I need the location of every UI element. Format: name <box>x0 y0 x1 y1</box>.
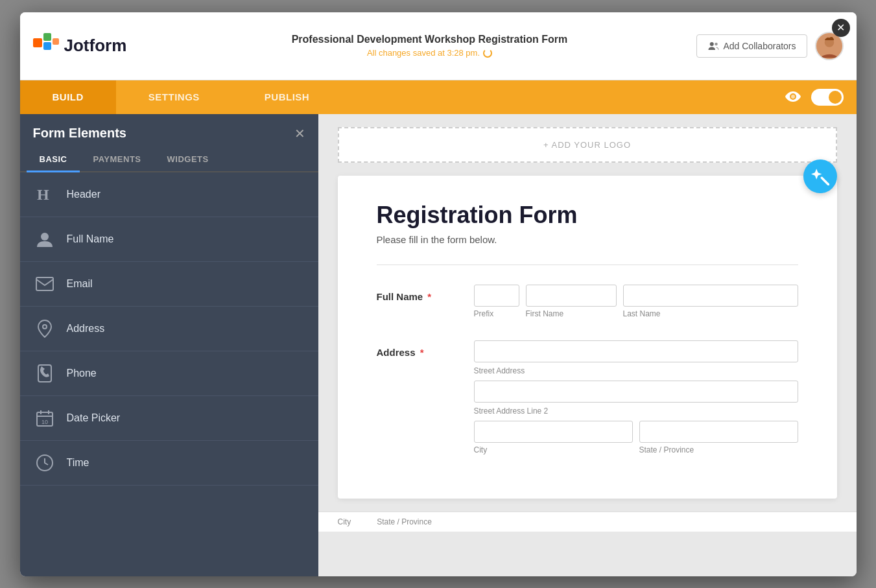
tab-bar: BUILD SETTINGS PUBLISH <box>20 80 857 114</box>
svg-point-4 <box>710 42 714 46</box>
toggle-knob <box>829 91 842 104</box>
main-content: Form Elements ✕ BASIC PAYMENTS WIDGETS <box>20 114 857 576</box>
address-element-icon <box>33 317 56 340</box>
sidebar-close-button[interactable]: ✕ <box>294 126 305 141</box>
bottom-city-hint: City <box>338 517 351 526</box>
full-name-field-label: Full Name * <box>377 285 461 302</box>
bottom-hint-bar: City State / Province <box>318 512 857 532</box>
toggle-switch[interactable] <box>811 89 844 106</box>
form-divider <box>377 265 798 265</box>
saved-status: All changes saved at 3:28 pm. <box>163 48 697 58</box>
form-card: Registration Form Please fill in the for… <box>338 176 837 499</box>
magic-wand-button[interactable] <box>803 159 837 193</box>
full-name-element-icon <box>33 228 56 251</box>
address-required-star: * <box>420 347 424 358</box>
svg-point-8 <box>791 95 795 99</box>
svg-rect-11 <box>36 277 53 290</box>
header-center: Professional Development Workshop Regist… <box>163 34 697 58</box>
svg-point-12 <box>43 325 47 329</box>
form-subheading: Please fill in the form below. <box>377 234 798 245</box>
address-city-state-row: City State / Province <box>474 421 798 454</box>
collaborators-icon <box>707 40 719 52</box>
name-fields: Prefix First Name Last Name <box>474 285 798 318</box>
tab-publish[interactable]: PUBLISH <box>232 80 342 114</box>
time-element-icon <box>33 451 56 475</box>
element-item-time[interactable]: Time <box>20 441 318 486</box>
svg-rect-0 <box>33 38 42 47</box>
sidebar-tab-basic[interactable]: BASIC <box>27 148 80 172</box>
refresh-icon <box>483 49 492 58</box>
header-element-icon: H <box>33 183 56 206</box>
tab-publish-label: PUBLISH <box>265 91 309 102</box>
add-collaborators-button[interactable]: Add Collaborators <box>696 34 807 58</box>
street-address-2-input[interactable] <box>474 381 798 403</box>
svg-rect-1 <box>43 33 51 41</box>
tab-build[interactable]: BUILD <box>20 80 116 114</box>
sidebar-tab-basic-label: BASIC <box>40 154 67 164</box>
logo-placeholder-text: + ADD YOUR LOGO <box>543 140 631 150</box>
element-item-full-name[interactable]: Full Name <box>20 217 318 262</box>
email-element-icon <box>33 272 56 296</box>
prefix-label: Prefix <box>474 309 494 318</box>
tab-settings[interactable]: SETTINGS <box>116 80 232 114</box>
svg-rect-2 <box>43 42 51 50</box>
elements-list: H Header Full Name <box>20 172 318 576</box>
element-item-email[interactable]: Email <box>20 262 318 307</box>
full-name-element-label: Full Name <box>67 233 114 245</box>
element-item-phone[interactable]: Phone <box>20 351 318 396</box>
phone-element-label: Phone <box>67 368 97 379</box>
first-name-input[interactable] <box>526 285 617 307</box>
logo-add-bar[interactable]: + ADD YOUR LOGO <box>338 127 837 163</box>
sidebar-title: Form Elements <box>33 126 126 141</box>
city-label: City <box>474 445 633 454</box>
element-item-address[interactable]: Address <box>20 307 318 351</box>
form-area: + ADD YOUR LOGO Registration Form Please… <box>318 114 857 576</box>
modal-wrapper: ✕ Jotform Professional Development Works… <box>20 12 857 576</box>
close-icon: ✕ <box>836 21 845 34</box>
street-address-input[interactable] <box>474 340 798 362</box>
first-name-field-wrap: First Name <box>526 285 617 318</box>
form-heading: Registration Form <box>377 202 798 229</box>
state-col: State / Province <box>639 421 798 454</box>
street-address-2-label: Street Address Line 2 <box>474 406 798 416</box>
last-name-input[interactable] <box>623 285 798 307</box>
form-title: Professional Development Workshop Regist… <box>163 34 697 45</box>
svg-rect-3 <box>53 38 59 45</box>
tab-settings-label: SETTINGS <box>148 91 200 102</box>
sidebar-close-icon: ✕ <box>294 126 305 141</box>
date-picker-element-label: Date Picker <box>67 412 121 424</box>
app-header: Jotform Professional Development Worksho… <box>20 12 857 80</box>
element-item-header[interactable]: H Header <box>20 172 318 217</box>
saved-status-text: All changes saved at 3:28 pm. <box>367 48 480 58</box>
full-name-required-star: * <box>427 291 431 302</box>
address-fields-group: Street Address Street Address Line 2 Cit… <box>474 340 798 454</box>
bottom-state-hint: State / Province <box>377 517 432 526</box>
tab-bar-right <box>785 80 857 114</box>
address-label-text: Address <box>377 347 416 358</box>
preview-eye-icon[interactable] <box>785 89 801 106</box>
sidebar-tab-payments[interactable]: PAYMENTS <box>80 148 154 171</box>
svg-point-5 <box>715 42 718 45</box>
sidebar: Form Elements ✕ BASIC PAYMENTS WIDGETS <box>20 114 318 576</box>
street-address-label: Street Address <box>474 366 798 375</box>
element-item-date-picker[interactable]: 10 Date Picker <box>20 396 318 441</box>
wand-icon <box>811 167 829 185</box>
add-collaborators-label: Add Collaborators <box>723 41 796 51</box>
prefix-input[interactable] <box>474 285 519 307</box>
time-element-label: Time <box>67 457 89 469</box>
modal-close-button[interactable]: ✕ <box>832 19 850 37</box>
address-element-label: Address <box>67 323 105 335</box>
city-input[interactable] <box>474 421 633 443</box>
prefix-field-wrap: Prefix <box>474 285 519 318</box>
address-field-row: Address * Street Address Street Address … <box>377 340 798 454</box>
eye-svg <box>785 91 801 102</box>
date-picker-element-icon: 10 <box>33 406 56 430</box>
last-name-field-wrap: Last Name <box>623 285 798 318</box>
last-name-label: Last Name <box>623 309 661 318</box>
sidebar-tab-widgets[interactable]: WIDGETS <box>154 148 222 171</box>
logo-text: Jotform <box>64 36 127 56</box>
city-col: City <box>474 421 633 454</box>
full-name-field-row: Full Name * Prefix First Name <box>377 285 798 322</box>
header-element-label: Header <box>67 189 101 200</box>
state-input[interactable] <box>639 421 798 443</box>
